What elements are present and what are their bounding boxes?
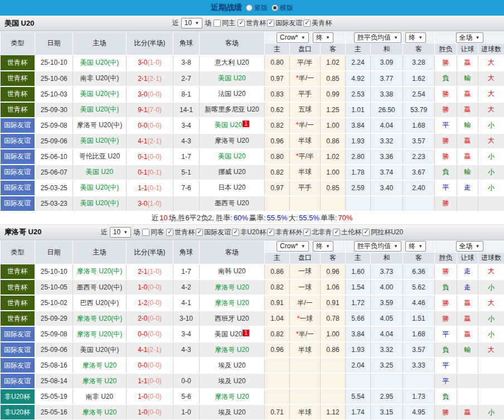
odds-provider-select[interactable]: Crow* — [277, 241, 309, 252]
checkbox-icon[interactable] — [303, 229, 311, 236]
competition-filter-label: 非U20杯 — [240, 228, 266, 237]
team-name-link[interactable]: 美国 U20 — [86, 168, 113, 176]
col-header-avg-away: 客 — [403, 252, 435, 264]
recent-label: 近 — [101, 228, 108, 237]
checkbox-icon[interactable] — [267, 229, 274, 236]
team-name-link[interactable]: 西班牙 U20 — [215, 315, 249, 322]
scope-select[interactable]: 全场 — [456, 32, 483, 43]
corner-cell: 0-0 — [173, 373, 200, 389]
team-name-link[interactable]: 美国 U20 — [218, 74, 245, 82]
odds-time-select[interactable]: 终 — [313, 241, 333, 252]
same-venue-filter[interactable]: 同主 — [214, 18, 235, 28]
competition-filter-label: 世青杯 — [246, 18, 266, 28]
checkbox-icon[interactable] — [333, 229, 340, 236]
odds-cell: 0.62 — [265, 102, 290, 118]
competition-filter-label: 美青杯 — [312, 18, 332, 28]
team-name-link[interactable]: 埃及 U20 — [218, 361, 245, 369]
recent-count-select[interactable]: 10 — [181, 18, 202, 28]
same-venue-filter[interactable]: 同客 — [142, 228, 164, 237]
avg-odds-select[interactable]: 胜平负均值 — [354, 241, 401, 252]
competition-filter[interactable]: 非青杯外 — [267, 228, 302, 237]
team-name-link[interactable]: 摩洛哥 U20 — [83, 377, 117, 385]
team-name-link[interactable]: 摩洛哥 U20 — [83, 408, 117, 416]
checkbox-icon[interactable] — [267, 20, 274, 27]
away-team-cell: 美国 U20 — [200, 149, 265, 165]
team-name-link[interactable]: 埃及 U20 — [218, 377, 245, 385]
team-name-link[interactable]: 摩洛哥 U20(中) — [77, 267, 122, 275]
radio-icon[interactable] — [246, 4, 253, 11]
team-name-link[interactable]: 摩洛哥 U20 — [215, 346, 249, 354]
match-type-cell: 世青杯 — [1, 311, 35, 326]
competition-filter[interactable]: 非U20杯 — [232, 228, 266, 237]
corner-cell: 1-7 — [173, 149, 200, 165]
layout-radio-vertical[interactable]: 竖版 — [246, 3, 268, 13]
checkbox-icon[interactable] — [303, 20, 311, 27]
checkbox-icon[interactable] — [166, 229, 173, 236]
team-name-link[interactable]: 美国 U20 — [215, 330, 242, 338]
avg-odds-select[interactable]: 胜平负均值 — [354, 32, 401, 43]
competition-filter[interactable]: 国际友谊 — [267, 18, 302, 28]
checkbox-icon[interactable] — [238, 20, 245, 27]
team-name-link[interactable]: 摩洛哥 U20 — [215, 299, 249, 307]
avg-time-select[interactable]: 终 — [405, 241, 426, 252]
team-name-link[interactable]: 南非 U20 — [86, 393, 113, 400]
match-type-cell: 非U20杯 — [1, 404, 35, 420]
scope-select[interactable]: 全场 — [456, 241, 483, 252]
corner-cell: 1-7 — [173, 264, 200, 279]
team-name-link[interactable]: 摩洛哥 U20 — [215, 393, 249, 400]
team-name-link[interactable]: 美国 U20(中) — [80, 184, 119, 191]
odds-provider-select[interactable]: Crow* — [277, 32, 309, 43]
team-name-link[interactable]: 新喀里多尼亚 U20 — [205, 105, 259, 113]
team-name-link[interactable]: 美国 U20 — [218, 152, 245, 160]
checkbox-icon[interactable] — [232, 229, 239, 236]
competition-filter[interactable]: 国际友谊 — [196, 228, 231, 237]
checkbox-icon[interactable] — [142, 229, 149, 236]
layout-radio-horizontal[interactable]: 横版 — [272, 3, 293, 13]
team-name-link[interactable]: 墨西哥 U20 — [215, 199, 249, 207]
summary-segment: 70% — [338, 214, 353, 222]
team-name-link[interactable]: 美国 U20(中) — [80, 346, 119, 354]
team-name-link[interactable]: 美国 U20(中) — [80, 137, 119, 144]
team-name-link[interactable]: 挪威 U20 — [218, 168, 245, 176]
team-name-link[interactable]: 摩洛哥 U20 — [215, 137, 249, 144]
team-name-link[interactable]: 摩洛哥 U20(中) — [77, 315, 122, 322]
radio-icon[interactable] — [272, 4, 278, 11]
odds-cell: 0.78 — [321, 311, 346, 326]
checkbox-icon[interactable] — [362, 229, 370, 236]
competition-filter[interactable]: 世青杯 — [238, 18, 266, 28]
competition-filter[interactable]: 世青杯 — [166, 228, 195, 237]
team-name-link[interactable]: 日本 U20 — [218, 184, 245, 191]
team-name-link[interactable]: 摩洛哥 U20(中) — [77, 330, 122, 338]
team-name-link[interactable]: 摩洛哥 U20 — [83, 361, 117, 369]
odds-time-select[interactable]: 终 — [313, 32, 333, 43]
team-name-link[interactable]: 南非 U20(中) — [80, 74, 119, 82]
team-name-link[interactable]: 美国 U20(中) — [80, 199, 119, 207]
team-name-link[interactable]: 巴西 U20(中) — [80, 299, 119, 307]
avg-odds-cell: 2.53 — [346, 86, 371, 102]
competition-filter[interactable]: 阿拉杯U20 — [362, 228, 403, 237]
checkbox-icon[interactable] — [196, 229, 203, 236]
team-name-link[interactable]: 美国 U20(中) — [80, 105, 119, 113]
competition-filter[interactable]: 土伦杯 — [333, 228, 361, 237]
competition-filter[interactable]: 北非青 — [303, 228, 332, 237]
team-name-link[interactable]: 摩洛哥 U20 — [215, 283, 249, 291]
team-name-link[interactable]: 美国 U20(中) — [80, 90, 119, 98]
team-name-link[interactable]: 美国 U20(中) — [80, 59, 119, 66]
checkbox-icon[interactable] — [214, 20, 221, 27]
col-header-avg-draw: 和 — [371, 44, 403, 55]
recent-count-select[interactable]: 10 — [110, 227, 131, 238]
summary-segment: 场,胜6平2负2, 胜率: — [169, 213, 232, 223]
team-name-link[interactable]: 南韩 U20 — [218, 267, 245, 275]
competition-filter[interactable]: 美青杯 — [303, 18, 332, 28]
team-name-link[interactable]: 哥伦比亚 U20 — [79, 152, 120, 160]
result-cell: 小 — [478, 279, 504, 295]
team-name-link[interactable]: 墨西哥 U20(中) — [77, 283, 122, 291]
result-cell: 贏 — [457, 311, 478, 326]
team-name-link[interactable]: 埃及 U20 — [218, 408, 245, 416]
avg-odds-cell: 1.78 — [346, 165, 371, 180]
team-name-link[interactable]: 法国 U20 — [218, 90, 245, 98]
team-name-link[interactable]: 摩洛哥 U20(中) — [77, 121, 122, 129]
avg-time-select[interactable]: 终 — [405, 32, 426, 43]
team-name-link[interactable]: 美国 U20 — [215, 121, 242, 129]
team-name-link[interactable]: 意大利 U20 — [215, 59, 249, 66]
